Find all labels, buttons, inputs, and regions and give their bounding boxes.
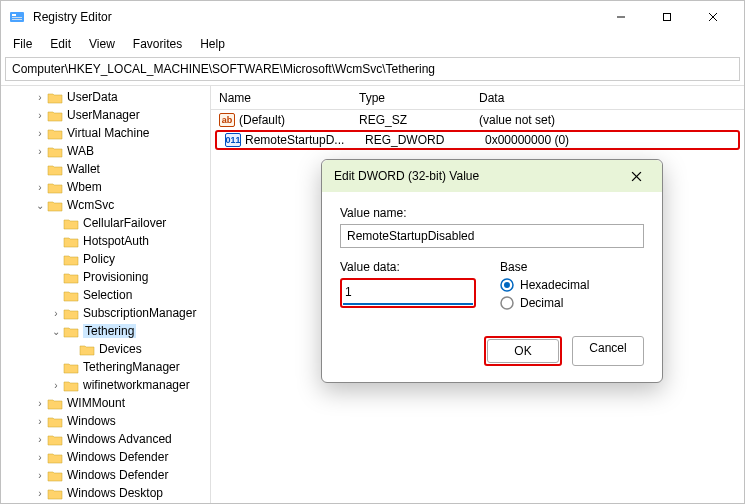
chevron-right-icon: › — [33, 182, 47, 193]
tree-node[interactable]: ›Windows Defender — [5, 448, 210, 466]
folder-icon — [79, 343, 95, 356]
tree-node[interactable]: ⌄WcmSvc — [5, 196, 210, 214]
tree-node[interactable]: ›Windows Desktop — [5, 484, 210, 502]
folder-icon — [47, 163, 63, 176]
tree-pane[interactable]: ›UserData ›UserManager ›Virtual Machine … — [1, 86, 211, 503]
tree-node[interactable]: Wallet — [5, 160, 210, 178]
regedit-window: Registry Editor File Edit View Favorites… — [0, 0, 745, 504]
folder-icon — [63, 325, 79, 338]
cancel-button[interactable]: Cancel — [572, 336, 644, 366]
svg-rect-5 — [664, 14, 671, 21]
folder-icon — [47, 199, 63, 212]
list-header: Name Type Data — [211, 86, 744, 110]
tree-node[interactable]: Devices — [5, 340, 210, 358]
address-bar[interactable]: Computer\HKEY_LOCAL_MACHINE\SOFTWARE\Mic… — [5, 57, 740, 81]
tree-node[interactable]: ›wifinetworkmanager — [5, 376, 210, 394]
chevron-right-icon: › — [33, 128, 47, 139]
folder-icon — [63, 361, 79, 374]
tree-node[interactable]: ›WIMMount — [5, 394, 210, 412]
value-name: (Default) — [239, 113, 285, 127]
folder-icon — [47, 145, 63, 158]
address-text: Computer\HKEY_LOCAL_MACHINE\SOFTWARE\Mic… — [12, 62, 435, 76]
chevron-right-icon: › — [33, 452, 47, 463]
folder-icon — [47, 487, 63, 500]
dialog-close-button[interactable] — [622, 171, 650, 182]
titlebar: Registry Editor — [1, 1, 744, 33]
folder-icon — [63, 217, 79, 230]
column-header-data[interactable]: Data — [471, 91, 744, 105]
tree-node[interactable]: Policy — [5, 250, 210, 268]
menu-file[interactable]: File — [5, 35, 40, 53]
chevron-right-icon: › — [33, 110, 47, 121]
tree-node[interactable]: Selection — [5, 286, 210, 304]
column-header-type[interactable]: Type — [351, 91, 471, 105]
value-row-highlighted[interactable]: 011RemoteStartupD... REG_DWORD 0x0000000… — [215, 130, 740, 150]
chevron-down-icon: ⌄ — [33, 200, 47, 211]
column-header-name[interactable]: Name — [211, 91, 351, 105]
menu-favorites[interactable]: Favorites — [125, 35, 190, 53]
folder-icon — [47, 433, 63, 446]
value-data-label: Value data: — [340, 260, 480, 274]
tree-node[interactable]: ›Virtual Machine — [5, 124, 210, 142]
chevron-right-icon: › — [49, 308, 63, 319]
chevron-right-icon: › — [33, 146, 47, 157]
folder-icon — [63, 235, 79, 248]
svg-rect-1 — [12, 14, 16, 16]
menu-view[interactable]: View — [81, 35, 123, 53]
tree-node[interactable]: ›UserManager — [5, 106, 210, 124]
ok-button[interactable]: OK — [487, 339, 559, 363]
close-button[interactable] — [690, 2, 736, 32]
radio-unchecked-icon — [500, 296, 514, 310]
svg-point-12 — [501, 297, 513, 309]
folder-icon — [63, 289, 79, 302]
value-data-input[interactable] — [343, 281, 473, 305]
value-type: REG_SZ — [355, 113, 475, 127]
tree-node[interactable]: ›Wbem — [5, 178, 210, 196]
tree-node-selected[interactable]: ⌄Tethering — [5, 322, 210, 340]
chevron-right-icon: › — [33, 398, 47, 409]
minimize-button[interactable] — [598, 2, 644, 32]
tree-node[interactable]: HotspotAuth — [5, 232, 210, 250]
chevron-right-icon: › — [33, 470, 47, 481]
value-name-field[interactable]: RemoteStartupDisabled — [340, 224, 644, 248]
folder-icon — [63, 379, 79, 392]
maximize-button[interactable] — [644, 2, 690, 32]
string-value-icon: ab — [219, 113, 235, 127]
app-icon — [9, 9, 25, 25]
folder-icon — [47, 127, 63, 140]
folder-icon — [47, 469, 63, 482]
edit-dword-dialog: Edit DWORD (32-bit) Value Value name: Re… — [321, 159, 663, 383]
dialog-titlebar: Edit DWORD (32-bit) Value — [322, 160, 662, 192]
radio-hexadecimal[interactable]: Hexadecimal — [500, 278, 644, 292]
radio-decimal[interactable]: Decimal — [500, 296, 644, 310]
window-title: Registry Editor — [33, 10, 598, 24]
tree-node[interactable]: Provisioning — [5, 268, 210, 286]
tree-node[interactable]: ›SubscriptionManager — [5, 304, 210, 322]
window-controls — [598, 2, 736, 32]
folder-icon — [47, 397, 63, 410]
tree-node[interactable]: ›WAB — [5, 142, 210, 160]
value-data: 0x00000000 (0) — [481, 133, 738, 147]
tree-node[interactable]: ›Windows — [5, 412, 210, 430]
menu-help[interactable]: Help — [192, 35, 233, 53]
folder-icon — [47, 91, 63, 104]
value-name: RemoteStartupD... — [245, 133, 344, 147]
svg-rect-3 — [12, 19, 22, 20]
svg-point-11 — [504, 282, 510, 288]
tree-node[interactable]: ›Windows Advanced — [5, 430, 210, 448]
folder-icon — [63, 253, 79, 266]
value-row[interactable]: ab(Default) REG_SZ (value not set) — [211, 110, 744, 130]
menu-edit[interactable]: Edit — [42, 35, 79, 53]
chevron-down-icon: ⌄ — [49, 326, 63, 337]
folder-icon — [63, 271, 79, 284]
svg-rect-2 — [12, 17, 22, 18]
chevron-right-icon: › — [33, 488, 47, 499]
tree-node[interactable]: ›Windows Defender — [5, 466, 210, 484]
tree-node[interactable]: ›UserData — [5, 88, 210, 106]
dword-value-icon: 011 — [225, 133, 241, 147]
tree-node[interactable]: TetheringManager — [5, 358, 210, 376]
tree-node[interactable]: CellularFailover — [5, 214, 210, 232]
dialog-title: Edit DWORD (32-bit) Value — [334, 169, 622, 183]
folder-icon — [63, 307, 79, 320]
base-label: Base — [500, 260, 644, 274]
